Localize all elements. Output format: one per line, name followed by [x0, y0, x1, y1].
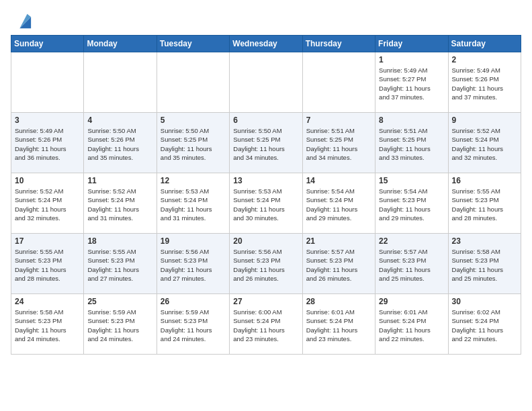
calendar-cell: 7Sunrise: 5:51 AMSunset: 5:25 PMDaylight…	[302, 113, 375, 173]
day-info: Sunrise: 5:54 AMSunset: 5:23 PMDaylight:…	[379, 187, 444, 222]
day-number: 9	[452, 116, 517, 125]
calendar-cell: 11Sunrise: 5:52 AMSunset: 5:24 PMDayligh…	[84, 173, 157, 234]
calendar-week-row: 24Sunrise: 5:58 AMSunset: 5:23 PMDayligh…	[11, 294, 521, 355]
calendar-week-row: 17Sunrise: 5:55 AMSunset: 5:23 PMDayligh…	[11, 234, 521, 294]
calendar-cell: 23Sunrise: 5:58 AMSunset: 5:23 PMDayligh…	[448, 234, 521, 294]
calendar-cell: 13Sunrise: 5:53 AMSunset: 5:24 PMDayligh…	[230, 173, 302, 234]
day-info: Sunrise: 6:02 AMSunset: 5:24 PMDaylight:…	[452, 308, 517, 343]
calendar-cell: 1Sunrise: 5:49 AMSunset: 5:27 PMDaylight…	[375, 52, 448, 113]
day-number: 10	[15, 176, 80, 185]
day-info: Sunrise: 5:50 AMSunset: 5:26 PMDaylight:…	[87, 126, 152, 162]
day-info: Sunrise: 5:53 AMSunset: 5:24 PMDaylight:…	[161, 187, 226, 222]
calendar-cell: 24Sunrise: 5:58 AMSunset: 5:23 PMDayligh…	[11, 294, 84, 355]
day-info: Sunrise: 6:01 AMSunset: 5:24 PMDaylight:…	[306, 308, 371, 343]
day-number: 28	[306, 297, 371, 306]
day-info: Sunrise: 5:57 AMSunset: 5:23 PMDaylight:…	[379, 247, 444, 283]
day-info: Sunrise: 5:55 AMSunset: 5:23 PMDaylight:…	[15, 247, 80, 283]
calendar-week-row: 1Sunrise: 5:49 AMSunset: 5:27 PMDaylight…	[11, 52, 521, 113]
day-info: Sunrise: 5:59 AMSunset: 5:23 PMDaylight:…	[161, 308, 226, 343]
day-number: 6	[233, 116, 298, 125]
weekday-header: Wednesday	[230, 36, 302, 52]
logo-icon	[13, 11, 32, 30]
day-info: Sunrise: 5:52 AMSunset: 5:24 PMDaylight:…	[452, 126, 517, 162]
day-info: Sunrise: 5:49 AMSunset: 5:27 PMDaylight:…	[379, 66, 444, 101]
day-info: Sunrise: 5:59 AMSunset: 5:23 PMDaylight:…	[87, 308, 152, 343]
calendar-cell: 16Sunrise: 5:55 AMSunset: 5:23 PMDayligh…	[448, 173, 521, 234]
day-info: Sunrise: 5:49 AMSunset: 5:26 PMDaylight:…	[452, 66, 517, 101]
day-number: 30	[452, 297, 517, 306]
day-number: 20	[233, 236, 298, 246]
day-info: Sunrise: 5:52 AMSunset: 5:24 PMDaylight:…	[15, 187, 80, 222]
calendar-cell: 9Sunrise: 5:52 AMSunset: 5:24 PMDaylight…	[448, 113, 521, 173]
day-number: 17	[15, 236, 80, 246]
day-info: Sunrise: 5:56 AMSunset: 5:23 PMDaylight:…	[233, 247, 298, 283]
day-info: Sunrise: 5:52 AMSunset: 5:24 PMDaylight:…	[87, 187, 152, 222]
day-info: Sunrise: 5:49 AMSunset: 5:26 PMDaylight:…	[15, 126, 80, 162]
day-info: Sunrise: 5:57 AMSunset: 5:23 PMDaylight:…	[306, 247, 371, 283]
weekday-header: Friday	[375, 36, 448, 52]
day-info: Sunrise: 5:50 AMSunset: 5:25 PMDaylight:…	[161, 126, 226, 162]
day-number: 18	[87, 236, 152, 246]
calendar-cell	[230, 52, 302, 113]
calendar-cell: 6Sunrise: 5:50 AMSunset: 5:25 PMDaylight…	[230, 113, 302, 173]
weekday-header: Tuesday	[157, 36, 229, 52]
day-number: 2	[452, 55, 517, 64]
day-number: 23	[452, 236, 517, 246]
day-number: 11	[87, 176, 152, 185]
calendar-cell: 15Sunrise: 5:54 AMSunset: 5:23 PMDayligh…	[375, 173, 448, 234]
day-number: 8	[379, 116, 444, 125]
calendar-cell: 4Sunrise: 5:50 AMSunset: 5:26 PMDaylight…	[84, 113, 157, 173]
day-number: 1	[379, 55, 444, 64]
weekday-header: Sunday	[11, 36, 84, 52]
weekday-header: Thursday	[302, 36, 375, 52]
calendar-cell: 5Sunrise: 5:50 AMSunset: 5:25 PMDaylight…	[157, 113, 229, 173]
calendar-cell: 14Sunrise: 5:54 AMSunset: 5:24 PMDayligh…	[302, 173, 375, 234]
day-info: Sunrise: 5:56 AMSunset: 5:23 PMDaylight:…	[161, 247, 226, 283]
calendar-cell	[84, 52, 157, 113]
day-info: Sunrise: 5:51 AMSunset: 5:25 PMDaylight:…	[306, 126, 371, 162]
calendar-cell: 2Sunrise: 5:49 AMSunset: 5:26 PMDaylight…	[448, 52, 521, 113]
calendar-cell: 18Sunrise: 5:55 AMSunset: 5:23 PMDayligh…	[84, 234, 157, 294]
day-number: 12	[161, 176, 226, 185]
calendar-header-row: SundayMondayTuesdayWednesdayThursdayFrid…	[11, 36, 521, 52]
day-number: 13	[233, 176, 298, 185]
day-number: 26	[161, 297, 226, 306]
day-number: 7	[306, 116, 371, 125]
page-header	[11, 11, 521, 30]
calendar-cell: 25Sunrise: 5:59 AMSunset: 5:23 PMDayligh…	[84, 294, 157, 355]
day-info: Sunrise: 6:00 AMSunset: 5:24 PMDaylight:…	[233, 308, 298, 343]
day-info: Sunrise: 5:50 AMSunset: 5:25 PMDaylight:…	[233, 126, 298, 162]
calendar-table: SundayMondayTuesdayWednesdayThursdayFrid…	[11, 35, 521, 355]
calendar-cell: 17Sunrise: 5:55 AMSunset: 5:23 PMDayligh…	[11, 234, 84, 294]
day-info: Sunrise: 6:01 AMSunset: 5:24 PMDaylight:…	[379, 308, 444, 343]
calendar-cell: 26Sunrise: 5:59 AMSunset: 5:23 PMDayligh…	[157, 294, 229, 355]
day-number: 25	[87, 297, 152, 306]
logo	[11, 11, 32, 30]
day-info: Sunrise: 5:55 AMSunset: 5:23 PMDaylight:…	[87, 247, 152, 283]
day-number: 24	[15, 297, 80, 306]
day-number: 15	[379, 176, 444, 185]
calendar-cell: 19Sunrise: 5:56 AMSunset: 5:23 PMDayligh…	[157, 234, 229, 294]
calendar-cell: 29Sunrise: 6:01 AMSunset: 5:24 PMDayligh…	[375, 294, 448, 355]
calendar-cell: 30Sunrise: 6:02 AMSunset: 5:24 PMDayligh…	[448, 294, 521, 355]
day-info: Sunrise: 5:58 AMSunset: 5:23 PMDaylight:…	[15, 308, 80, 343]
day-number: 16	[452, 176, 517, 185]
day-number: 21	[306, 236, 371, 246]
day-info: Sunrise: 5:53 AMSunset: 5:24 PMDaylight:…	[233, 187, 298, 222]
day-info: Sunrise: 5:51 AMSunset: 5:25 PMDaylight:…	[379, 126, 444, 162]
day-info: Sunrise: 5:58 AMSunset: 5:23 PMDaylight:…	[452, 247, 517, 283]
day-info: Sunrise: 5:54 AMSunset: 5:24 PMDaylight:…	[306, 187, 371, 222]
day-number: 27	[233, 297, 298, 306]
day-number: 4	[87, 116, 152, 125]
day-number: 29	[379, 297, 444, 306]
calendar-cell: 21Sunrise: 5:57 AMSunset: 5:23 PMDayligh…	[302, 234, 375, 294]
calendar-week-row: 3Sunrise: 5:49 AMSunset: 5:26 PMDaylight…	[11, 113, 521, 173]
calendar-cell: 28Sunrise: 6:01 AMSunset: 5:24 PMDayligh…	[302, 294, 375, 355]
calendar-cell	[302, 52, 375, 113]
calendar-cell: 20Sunrise: 5:56 AMSunset: 5:23 PMDayligh…	[230, 234, 302, 294]
day-info: Sunrise: 5:55 AMSunset: 5:23 PMDaylight:…	[452, 187, 517, 222]
day-number: 3	[15, 116, 80, 125]
calendar-cell: 8Sunrise: 5:51 AMSunset: 5:25 PMDaylight…	[375, 113, 448, 173]
calendar-cell: 12Sunrise: 5:53 AMSunset: 5:24 PMDayligh…	[157, 173, 229, 234]
calendar-week-row: 10Sunrise: 5:52 AMSunset: 5:24 PMDayligh…	[11, 173, 521, 234]
